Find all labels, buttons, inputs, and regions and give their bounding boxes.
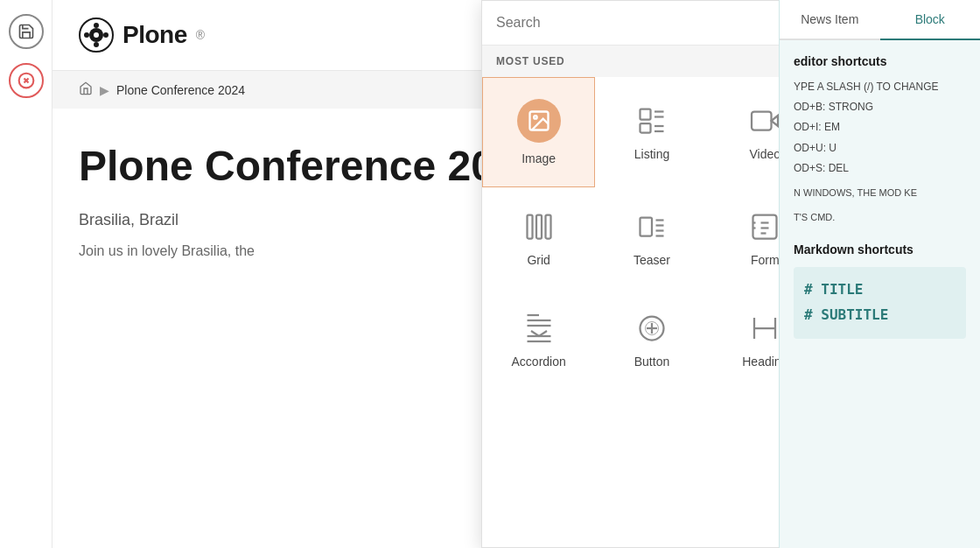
- logo-text: Plone: [122, 21, 187, 49]
- svg-point-5: [94, 32, 99, 38]
- markdown-shortcuts-title: Markdown shortcuts: [794, 242, 966, 256]
- blocks-grid: Image Listing: [482, 77, 779, 390]
- block-label-video: Video: [750, 147, 779, 161]
- cancel-icon: [18, 72, 35, 89]
- svg-rect-18: [752, 112, 772, 130]
- svg-point-9: [103, 32, 108, 38]
- block-label-listing: Listing: [634, 147, 669, 161]
- accordion-icon: [522, 311, 556, 346]
- tab-block[interactable]: Block: [880, 0, 981, 40]
- save-button[interactable]: [9, 14, 44, 49]
- svg-rect-22: [545, 215, 550, 239]
- logo-registered: ®: [196, 28, 205, 42]
- svg-point-8: [84, 32, 89, 38]
- svg-rect-15: [640, 123, 650, 133]
- right-panel-content: editor shortcuts YPE A SLASH (/) TO CHAN…: [780, 40, 980, 548]
- markdown-title-example: # TITLE: [804, 278, 956, 303]
- section-title: MOST USED: [496, 55, 565, 67]
- shortcut-note-windows: N WINDOWS, THE MOD KE: [794, 186, 966, 201]
- breadcrumb-home-icon[interactable]: [79, 81, 93, 98]
- plone-logo-icon: [79, 18, 114, 53]
- shortcut-slash: YPE A SLASH (/) TO CHANGE: [794, 79, 966, 95]
- shortcut-italic: OD+I: EM: [794, 119, 966, 136]
- svg-point-11: [534, 116, 537, 119]
- block-label-accordion: Accordion: [512, 355, 566, 369]
- editor-shortcuts-section: editor shortcuts YPE A SLASH (/) TO CHAN…: [794, 54, 966, 225]
- grid-icon: [522, 209, 556, 244]
- shortcut-note-cmd: T'S CMD.: [794, 210, 966, 226]
- form-icon: [747, 209, 779, 244]
- svg-rect-20: [527, 215, 532, 239]
- save-icon: [18, 23, 35, 40]
- markdown-example-box: # TITLE # SUBTITLE: [794, 267, 966, 339]
- svg-point-41: [645, 322, 658, 335]
- shortcut-strikethrough: OD+S: DEL: [794, 160, 966, 177]
- cancel-button[interactable]: [9, 63, 44, 98]
- heading-icon: [747, 311, 779, 346]
- search-area: [482, 1, 779, 46]
- block-item-heading[interactable]: Heading: [709, 289, 779, 390]
- video-icon: [747, 103, 779, 138]
- search-input[interactable]: [496, 15, 779, 31]
- svg-rect-23: [640, 218, 652, 236]
- shortcut-underline: OD+U: U: [794, 140, 966, 157]
- block-item-grid[interactable]: Grid: [482, 187, 595, 289]
- block-item-button[interactable]: Button: [595, 289, 708, 390]
- block-label-teaser: Teaser: [634, 253, 670, 267]
- svg-point-6: [94, 23, 99, 28]
- block-item-accordion[interactable]: Accordion: [482, 289, 595, 390]
- block-label-button: Button: [634, 355, 669, 369]
- breadcrumb-separator: ▶: [100, 83, 109, 97]
- block-label-form: Form: [751, 253, 779, 267]
- block-item-teaser[interactable]: Teaser: [595, 187, 708, 289]
- block-item-listing[interactable]: Listing: [595, 77, 708, 187]
- plone-logo: Plone®: [79, 18, 205, 53]
- svg-rect-28: [753, 215, 777, 239]
- block-label-heading: Heading: [742, 355, 779, 369]
- section-header[interactable]: MOST USED ∧: [482, 46, 779, 77]
- main-content: Plone® ▶ Plone Conference 2024 Plone Con…: [52, 0, 779, 548]
- block-item-form[interactable]: Form: [709, 187, 779, 289]
- svg-point-7: [94, 42, 99, 47]
- block-picker: MOST USED ∧ Image: [481, 0, 779, 548]
- teaser-icon: [634, 209, 669, 244]
- button-icon: [634, 311, 669, 346]
- block-label-grid: Grid: [527, 253, 550, 267]
- image-icon: [517, 99, 561, 143]
- shortcut-bold: OD+B: STRONG: [794, 99, 966, 116]
- right-panel-tabs: News Item Block: [780, 0, 980, 40]
- svg-rect-12: [640, 109, 650, 120]
- tab-news-item[interactable]: News Item: [780, 0, 880, 39]
- editor-shortcuts-title: editor shortcuts: [794, 54, 966, 68]
- left-toolbar: [0, 0, 52, 548]
- right-panel: News Item Block editor shortcuts YPE A S…: [779, 0, 980, 548]
- block-item-video[interactable]: Video: [709, 77, 779, 187]
- markdown-shortcuts-section: Markdown shortcuts # TITLE # SUBTITLE: [794, 242, 966, 339]
- svg-rect-21: [536, 215, 542, 239]
- markdown-subtitle-example: # SUBTITLE: [804, 303, 956, 328]
- breadcrumb-current: Plone Conference 2024: [116, 83, 245, 97]
- block-label-image: Image: [522, 151, 556, 165]
- block-item-image[interactable]: Image: [482, 77, 595, 187]
- listing-icon: [634, 103, 669, 138]
